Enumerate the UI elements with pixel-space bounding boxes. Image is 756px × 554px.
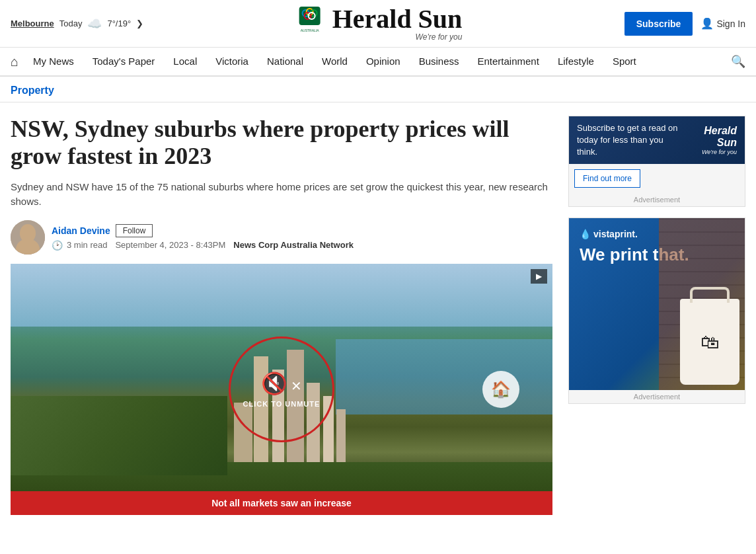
ad-herald-background: Subscribe to get a read on today for les… — [569, 116, 745, 164]
foreground-trees-left — [11, 396, 227, 475]
property-icon-overlay: 🏠 — [482, 371, 519, 408]
house-icon: 🏠 — [491, 380, 511, 399]
ad-block-vistaprint[interactable]: 💧 vistaprint. We print that. 🛍 Advertise… — [568, 218, 745, 404]
ad-herald-name: Herald Sun — [683, 125, 737, 149]
author-name-row: Aidan Devine Follow — [52, 224, 354, 237]
chevron-right-icon[interactable]: ❯ — [136, 19, 143, 28]
sky — [11, 264, 552, 327]
nav-item-sport[interactable]: Sport — [603, 47, 646, 76]
signin-label: Sign In — [716, 19, 745, 29]
video-icon: ▶ — [536, 272, 542, 281]
nav-item-my-news[interactable]: My News — [24, 47, 83, 76]
site-name[interactable]: Herald Sun — [332, 6, 463, 32]
city-link[interactable]: Melbourne — [11, 19, 54, 28]
weather-icon: ☁️ — [87, 17, 102, 31]
avatar-image — [11, 220, 45, 255]
top-bar: Melbourne Today ☁️ 7°/19° ❯ AUSTRALIA He… — [0, 0, 756, 48]
ad-herald-tagline: We're for you — [683, 149, 737, 155]
ad-block-subscribe: Subscribe to get a read on today for les… — [568, 116, 745, 207]
nav-item-entertainment[interactable]: Entertainment — [469, 47, 548, 76]
logo-emblem: AUSTRALIA — [294, 5, 326, 42]
nav-link-local[interactable]: Local — [164, 47, 206, 76]
ad-vistaprint-bg: 💧 vistaprint. We print that. 🛍 — [569, 218, 745, 390]
article-summary: Sydney and NSW have 15 of the 75 nationa… — [11, 180, 552, 210]
location-weather: Melbourne Today ☁️ 7°/19° ❯ — [11, 17, 143, 31]
logo-area: AUSTRALIA Herald Sun We're for you — [294, 5, 463, 42]
breadcrumb: Property — [0, 77, 756, 102]
vistaprint-brand: vistaprint. — [593, 229, 638, 239]
vistaprint-icon: 💧 — [580, 229, 591, 239]
ad-label-2: Advertisement — [569, 390, 745, 403]
nav-link-sport[interactable]: Sport — [603, 47, 646, 76]
user-icon: 👤 — [700, 17, 714, 30]
search-icon[interactable]: 🔍 — [731, 54, 745, 69]
subscribe-button[interactable]: Subscribe — [624, 12, 693, 36]
ad-find-out-button[interactable]: Find out more — [574, 169, 640, 188]
nav-link-lifestyle[interactable]: Lifestyle — [548, 47, 603, 76]
author-info: Aidan Devine Follow 🕑 3 min read Septemb… — [52, 224, 354, 251]
article-title: NSW, Sydney suburbs where property price… — [11, 116, 552, 171]
article-sidebar: Subscribe to get a read on today for les… — [568, 116, 745, 515]
avatar — [11, 220, 45, 255]
svg-text:AUSTRALIA: AUSTRALIA — [301, 28, 319, 32]
home-icon[interactable]: ⌂ — [11, 47, 24, 76]
author-name[interactable]: Aidan Devine — [52, 225, 110, 236]
mute-icon: 🔇 ✕ — [261, 371, 303, 396]
unmute-button[interactable]: 🔇 ✕ CLICK TO UNMUTE — [229, 336, 334, 442]
site-tagline: We're for you — [332, 32, 463, 42]
nav-link-world[interactable]: World — [313, 47, 357, 76]
nav-item-local[interactable]: Local — [164, 47, 206, 76]
logo-text: Herald Sun We're for you — [332, 6, 463, 42]
today-label: Today — [59, 19, 83, 28]
video-container[interactable]: ▶ 🏠 🔇 ✕ CLICK TO UNMUTE Not all markets … — [11, 264, 552, 515]
article-container: NSW, Sydney suburbs where property price… — [0, 102, 756, 515]
nav-item-world[interactable]: World — [313, 47, 357, 76]
video-type-indicator: ▶ — [531, 269, 547, 284]
article-date: September 4, 2023 - 8:43PM — [115, 240, 225, 250]
bag-handles — [690, 287, 730, 303]
nav-item-victoria[interactable]: Victoria — [206, 47, 258, 76]
nav-item-todays-paper[interactable]: Today's Paper — [83, 47, 165, 76]
news-source: News Corp Australia Network — [233, 240, 354, 250]
vistaprint-bag-image: 🛍 — [680, 299, 739, 385]
unmute-label: CLICK TO UNMUTE — [243, 400, 321, 408]
nav-link-opinion[interactable]: Opinion — [357, 47, 410, 76]
video-caption: Not all markets saw an increase — [211, 498, 352, 508]
top-bar-right: Subscribe 👤 Sign In — [624, 12, 745, 36]
clock-icon: 🕑 — [52, 240, 63, 251]
nav-bar: ⌂ My News Today's Paper Local Victoria N… — [0, 48, 756, 77]
nav-items: My News Today's Paper Local Victoria Nat… — [24, 47, 646, 76]
signin-button[interactable]: 👤 Sign In — [700, 17, 745, 30]
article-main: NSW, Sydney suburbs where property price… — [11, 116, 552, 515]
ad-subscribe-text: Subscribe to get a read on today for les… — [577, 122, 683, 159]
nav-link-entertainment[interactable]: Entertainment — [469, 47, 548, 76]
read-time: 3 min read — [67, 240, 107, 250]
follow-button[interactable]: Follow — [116, 224, 153, 237]
ad-label-1: Advertisement — [569, 193, 745, 206]
video-caption-bar: Not all markets saw an increase — [11, 491, 552, 515]
meta-row: 🕑 3 min read September 4, 2023 - 8:43PM … — [52, 240, 354, 251]
nav-link-victoria[interactable]: Victoria — [206, 47, 258, 76]
temperature: 7°/19° — [107, 19, 131, 28]
ad-herald-logo: Herald Sun We're for you — [683, 125, 737, 155]
nav-item-lifestyle[interactable]: Lifestyle — [548, 47, 603, 76]
nav-item-business[interactable]: Business — [410, 47, 469, 76]
nav-link-my-news[interactable]: My News — [24, 47, 83, 76]
nav-link-business[interactable]: Business — [410, 47, 469, 76]
author-row: Aidan Devine Follow 🕑 3 min read Septemb… — [11, 220, 552, 255]
nav-link-todays-paper[interactable]: Today's Paper — [83, 47, 165, 76]
nav-item-national[interactable]: National — [258, 47, 313, 76]
nav-link-national[interactable]: National — [258, 47, 313, 76]
bag-icon: 🛍 — [700, 331, 719, 353]
nav-item-opinion[interactable]: Opinion — [357, 47, 410, 76]
breadcrumb-link[interactable]: Property — [11, 85, 54, 96]
